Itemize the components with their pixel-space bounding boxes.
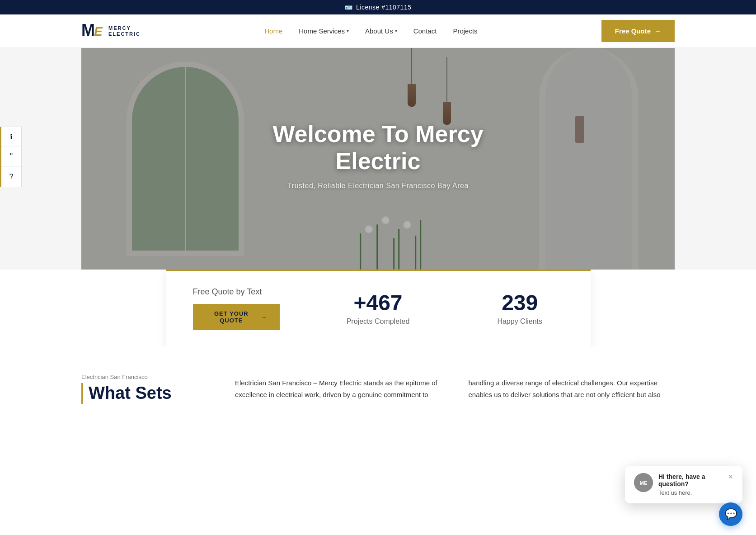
quote-label: Free Quote by Text	[193, 287, 280, 297]
nav-home[interactable]: Home	[264, 27, 282, 35]
bottom-small-label: Electrician San Francisco	[81, 374, 208, 380]
help-icon: ?	[9, 173, 14, 181]
svg-text:M: M	[81, 21, 94, 38]
stat-clients-label: Happy Clients	[476, 317, 563, 326]
logo[interactable]: M E MERCY ELECTRIC	[81, 20, 141, 42]
about-us-arrow: ▾	[395, 28, 397, 33]
bottom-mid-text: Electrician San Francisco – Mercy Electr…	[235, 374, 441, 400]
bottom-section-left: Electrician San Francisco What Sets	[81, 374, 208, 404]
logo-text: MERCY ELECTRIC	[108, 25, 141, 36]
side-panel-info[interactable]: ℹ	[1, 127, 21, 147]
side-panel-help[interactable]: ?	[1, 167, 21, 187]
nav-home-services[interactable]: Home Services ▾	[299, 27, 349, 35]
stats-quote-section: Free Quote by Text GET YOUR QUOTE →	[193, 287, 280, 330]
side-panel-quote[interactable]: "	[1, 147, 21, 167]
hero-content: Welcome To Mercy Electric Trusted, Relia…	[243, 120, 514, 190]
nav-projects[interactable]: Projects	[453, 27, 477, 35]
hero-title: Welcome To Mercy Electric	[243, 120, 514, 175]
get-quote-arrow: →	[261, 314, 267, 321]
stat-projects: +467 Projects Completed	[334, 292, 422, 326]
side-panel: ℹ " ?	[0, 127, 22, 187]
stats-divider-2	[449, 291, 449, 327]
free-quote-button[interactable]: Free Quote →	[601, 20, 675, 42]
stats-bar: Free Quote by Text GET YOUR QUOTE → +467…	[166, 270, 591, 346]
nav-contact[interactable]: Contact	[413, 27, 437, 35]
bottom-heading: What Sets	[81, 383, 208, 404]
stat-clients: 239 Happy Clients	[476, 292, 563, 326]
stat-projects-label: Projects Completed	[334, 317, 422, 326]
hero-subtitle: Trusted, Reliable Electrician San Franci…	[243, 182, 514, 190]
license-text: License #1107115	[356, 4, 411, 11]
stat-clients-number: 239	[476, 292, 563, 314]
hero-section: Welcome To Mercy Electric Trusted, Relia…	[81, 48, 675, 270]
stat-projects-number: +467	[334, 292, 422, 314]
quote-icon: "	[10, 152, 13, 161]
main-nav: Home Home Services ▾ About Us ▾ Contact …	[264, 27, 477, 35]
bottom-section: Electrician San Francisco What Sets Elec…	[0, 346, 756, 413]
stats-divider-1	[307, 291, 307, 327]
free-quote-arrow: →	[654, 27, 661, 35]
logo-initials: M E	[81, 20, 105, 42]
get-quote-button[interactable]: GET YOUR QUOTE →	[193, 304, 280, 330]
svg-text:E: E	[94, 24, 103, 38]
home-services-arrow: ▾	[347, 28, 349, 33]
top-bar: 🪪 License #1107115	[0, 0, 756, 14]
nav-about-us[interactable]: About Us ▾	[365, 27, 397, 35]
license-icon: 🪪	[345, 4, 353, 11]
bottom-right-text: handling a diverse range of electrical c…	[469, 374, 675, 400]
header: M E MERCY ELECTRIC Home Home Services ▾ …	[0, 14, 756, 48]
info-icon: ℹ	[10, 133, 13, 141]
